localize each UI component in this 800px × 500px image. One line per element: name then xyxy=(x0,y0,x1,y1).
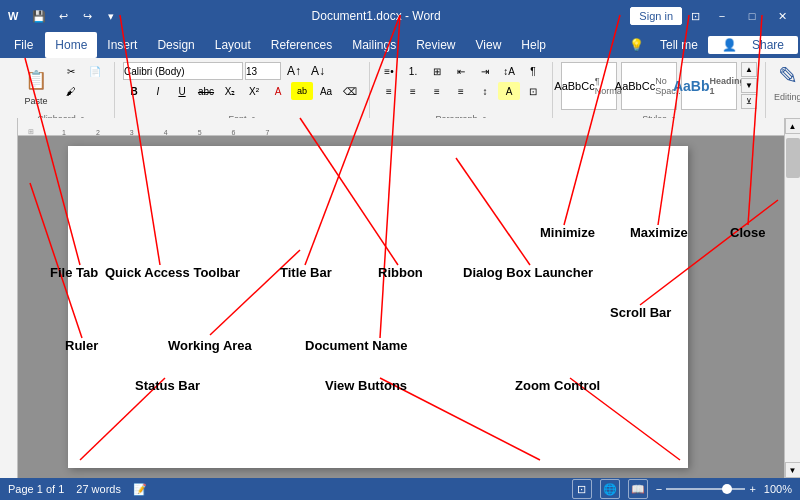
zoom-out-icon[interactable]: − xyxy=(656,483,662,495)
styles-more[interactable]: ⊻ xyxy=(741,94,757,109)
align-right-button[interactable]: ≡ xyxy=(426,82,448,100)
menu-item-help[interactable]: Help xyxy=(511,32,556,58)
title-bar: W 💾 ↩ ↪ ▾ Document1.docx - Word Sign in … xyxy=(0,0,800,32)
sort-button[interactable]: ↕A xyxy=(498,62,520,80)
menu-right: 💡 Tell me 👤 Share xyxy=(623,36,798,54)
align-left-button[interactable]: ≡ xyxy=(378,82,400,100)
copy-button[interactable]: 📄 xyxy=(84,62,106,80)
file-tab[interactable]: File xyxy=(2,32,45,58)
underline-button[interactable]: U xyxy=(171,82,193,100)
styles-scroll: ▲ ▼ ⊻ xyxy=(741,62,757,109)
increase-indent-button[interactable]: ⇥ xyxy=(474,62,496,80)
border-button[interactable]: ⊡ xyxy=(522,82,544,100)
style-heading1[interactable]: AaBbHeading 1 xyxy=(681,62,737,110)
decrease-indent-button[interactable]: ⇤ xyxy=(450,62,472,80)
paste-icon: 📋 xyxy=(20,64,52,96)
styles-group: AaBbCc¶ Normal AaBbCcNo Spac... AaBbHead… xyxy=(553,62,766,126)
font-size-input[interactable] xyxy=(245,62,281,80)
clipboard-content: 📋 Paste ✂ 📄 🖌 xyxy=(16,62,106,112)
paragraph-content: ≡• 1. ⊞ ⇤ ⇥ ↕A ¶ ≡ ≡ ≡ ≡ ↕ A ⊡ xyxy=(378,62,544,112)
clipboard-group: 📋 Paste ✂ 📄 🖌 Clipboard ↗ xyxy=(8,62,115,126)
styles-scroll-down[interactable]: ▼ xyxy=(741,78,757,93)
customize-qa-button[interactable]: ▾ xyxy=(100,5,122,27)
cut-button[interactable]: ✂ xyxy=(60,62,82,80)
zoom-percentage: 100% xyxy=(764,483,792,495)
format-painter-button[interactable]: 🖌 xyxy=(60,82,82,100)
scroll-thumb[interactable] xyxy=(786,138,800,178)
style-no-spacing[interactable]: AaBbCcNo Spac... xyxy=(621,62,677,110)
proofing-icon: 📝 xyxy=(133,483,147,496)
styles-scroll-up[interactable]: ▲ xyxy=(741,62,757,77)
subscript-button[interactable]: X₂ xyxy=(219,82,241,100)
share-button[interactable]: 👤 Share xyxy=(708,36,798,54)
font-name-input[interactable] xyxy=(123,62,243,80)
highlight-button[interactable]: ab xyxy=(291,82,313,100)
redo-button[interactable]: ↪ xyxy=(76,5,98,27)
menu-item-mailings[interactable]: Mailings xyxy=(342,32,406,58)
status-right: ⊡ 🌐 📖 − + 100% xyxy=(572,479,792,499)
menu-bar: File Home Insert Design Layout Reference… xyxy=(0,32,800,58)
justify-button[interactable]: ≡ xyxy=(450,82,472,100)
decrease-font-button[interactable]: A↓ xyxy=(307,62,329,80)
minimize-button[interactable]: − xyxy=(708,2,736,30)
editing-content: ✎ xyxy=(778,62,798,90)
zoom-thumb[interactable] xyxy=(722,484,732,494)
styles-content: AaBbCc¶ Normal AaBbCcNo Spac... AaBbHead… xyxy=(561,62,757,112)
ruler-top: ⊞ 1 2 3 4 5 6 7 xyxy=(18,118,784,136)
menu-item-review[interactable]: Review xyxy=(406,32,465,58)
web-layout-button[interactable]: 🌐 xyxy=(600,479,620,499)
change-case-button[interactable]: Aa xyxy=(315,82,337,100)
scrollbar-right: ▲ ▼ xyxy=(784,118,800,478)
undo-button[interactable]: ↩ xyxy=(52,5,74,27)
menu-item-design[interactable]: Design xyxy=(147,32,204,58)
numbering-button[interactable]: 1. xyxy=(402,62,424,80)
menu-item-view[interactable]: View xyxy=(466,32,512,58)
shading-button[interactable]: A xyxy=(498,82,520,100)
title-bar-left: W 💾 ↩ ↪ ▾ xyxy=(4,5,122,27)
font-top-row: A↑ A↓ xyxy=(123,62,329,80)
save-button[interactable]: 💾 xyxy=(28,5,50,27)
editing-group: ✎ Editing xyxy=(766,62,800,104)
sign-in-button[interactable]: Sign in xyxy=(630,7,682,25)
document-page xyxy=(68,146,688,468)
bullets-button[interactable]: ≡• xyxy=(378,62,400,80)
title-bar-controls: Sign in ⊡ − □ ✕ xyxy=(630,2,796,30)
print-layout-button[interactable]: ⊡ xyxy=(572,479,592,499)
lightbulb-icon: 💡 xyxy=(623,38,650,52)
scroll-down-button[interactable]: ▼ xyxy=(785,462,801,478)
quick-access-toolbar: 💾 ↩ ↪ ▾ xyxy=(28,5,122,27)
strikethrough-button[interactable]: abc xyxy=(195,82,217,100)
increase-font-button[interactable]: A↑ xyxy=(283,62,305,80)
menu-item-references[interactable]: References xyxy=(261,32,342,58)
close-button[interactable]: ✕ xyxy=(768,2,796,30)
paste-label: Paste xyxy=(24,96,47,106)
styles-previews: AaBbCc¶ Normal AaBbCcNo Spac... AaBbHead… xyxy=(561,62,737,110)
style-normal[interactable]: AaBbCc¶ Normal xyxy=(561,62,617,110)
clear-format-button[interactable]: ⌫ xyxy=(339,82,361,100)
align-center-button[interactable]: ≡ xyxy=(402,82,424,100)
show-marks-button[interactable]: ¶ xyxy=(522,62,544,80)
word-icon: W xyxy=(4,6,24,26)
status-left: Page 1 of 1 27 words 📝 xyxy=(8,483,572,496)
menu-item-insert[interactable]: Insert xyxy=(97,32,147,58)
tell-me-button[interactable]: Tell me xyxy=(654,38,704,52)
superscript-button[interactable]: X² xyxy=(243,82,265,100)
page-info: Page 1 of 1 xyxy=(8,483,64,495)
line-spacing-button[interactable]: ↕ xyxy=(474,82,496,100)
menu-item-home[interactable]: Home xyxy=(45,32,97,58)
scroll-up-button[interactable]: ▲ xyxy=(785,118,801,134)
italic-button[interactable]: I xyxy=(147,82,169,100)
zoom-in-icon[interactable]: + xyxy=(749,483,755,495)
word-count: 27 words xyxy=(76,483,121,495)
bold-button[interactable]: B xyxy=(123,82,145,100)
font-color-button[interactable]: A xyxy=(267,82,289,100)
multilevel-button[interactable]: ⊞ xyxy=(426,62,448,80)
menu-item-layout[interactable]: Layout xyxy=(205,32,261,58)
maximize-button[interactable]: □ xyxy=(738,2,766,30)
paste-button[interactable]: 📋 Paste xyxy=(16,62,56,108)
zoom-slider[interactable]: − + xyxy=(656,483,756,495)
ribbon-display-options-button[interactable]: ⊡ xyxy=(684,5,706,27)
paragraph-bottom-row: ≡ ≡ ≡ ≡ ↕ A ⊡ xyxy=(378,82,544,100)
read-mode-button[interactable]: 📖 xyxy=(628,479,648,499)
working-area: ⊞ 1 2 3 4 5 6 7 ▲ ▼ xyxy=(0,118,800,478)
